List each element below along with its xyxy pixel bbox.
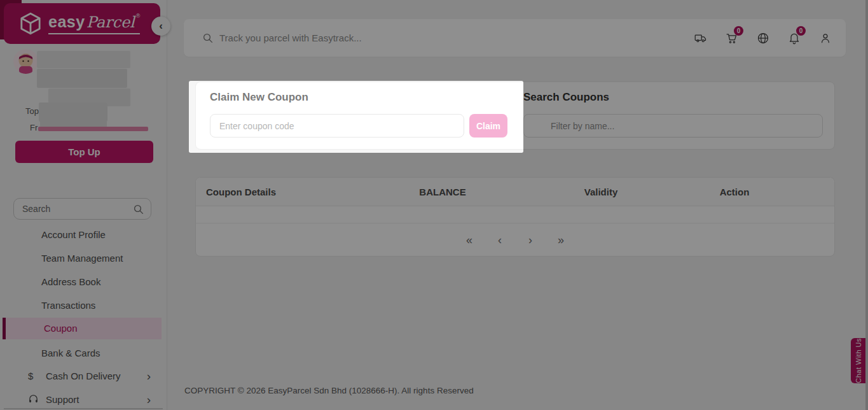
cart-badge: 0 [734,26,743,36]
scrollbar-track[interactable] [865,0,868,410]
logo-registered-mark: ® [136,13,141,19]
support-label: Support [46,388,79,410]
column-header-coupon-details: Coupon Details [206,178,276,206]
sidebar-search-input[interactable] [14,199,151,219]
sidebar-item-support[interactable]: Support › [0,388,167,410]
track-parcel-input[interactable] [219,19,626,57]
bell-icon[interactable]: 0 [788,32,801,45]
redacted-email [37,69,127,88]
sidebar: easy Parcel ® ‹ Topu Fr [0,0,167,410]
sidebar-item-account-profile[interactable]: Account Profile [0,223,167,246]
cart-icon[interactable]: 0 [726,32,738,45]
search-icon [133,204,144,215]
sidebar-item-cash-on-delivery[interactable]: $ Cash On Delivery › [0,364,167,388]
empty-table-row [196,206,834,223]
pagination-prev-button[interactable]: ‹ [494,234,506,247]
column-header-validity: Validity [584,178,618,206]
column-header-balance: BALANCE [419,178,465,206]
top-up-button[interactable]: Top Up [15,141,153,163]
logo-easy-text: easy [48,13,85,31]
table-header-row: Coupon Details BALANCE Validity Action [196,178,834,206]
redacted-topup-value [39,102,107,122]
brand-header: easy Parcel ® [4,3,160,44]
coupon-code-input[interactable] [210,114,464,138]
filter-by-name-input[interactable] [523,114,823,138]
free-credit-label: Fr [30,123,38,132]
avatar [13,49,38,74]
dollar-icon: $ [28,370,40,382]
column-header-action: Action [720,178,750,206]
truck-icon[interactable] [694,32,707,45]
collapse-chevron-icon: ‹ [159,20,163,32]
easyparcel-cube-icon [18,11,43,36]
filter-box [523,114,823,138]
pagination-first-button[interactable]: « [464,234,475,247]
top-search-bar: 0 0 [184,19,846,57]
sidebar-item-coupon-active[interactable]: Coupon [3,318,162,339]
search-icon [202,32,214,44]
claim-button[interactable]: Claim [469,114,507,138]
copyright-text: COPYRIGHT © 2026 EasyParcel Sdn Bhd (102… [184,386,474,395]
person-icon[interactable] [819,32,832,45]
pagination: « ‹ › » [196,223,834,257]
main-content: 0 0 [167,0,868,410]
claim-new-coupon-title: Claim New Coupon [210,91,308,104]
globe-icon[interactable] [757,32,769,45]
app-window: easy Parcel ® ‹ Topu Fr [0,0,868,410]
easyparcel-logo: easy Parcel ® [48,13,140,34]
headset-icon [28,393,40,406]
search-coupons-title: Search Coupons [523,91,609,104]
sidebar-item-transactions[interactable]: Transactions [0,293,167,317]
sidebar-item-address-book[interactable]: Address Book [0,270,167,293]
cod-label: Cash On Delivery [46,364,121,388]
pagination-next-button[interactable]: › [525,234,536,247]
pagination-last-button[interactable]: » [555,234,567,247]
chevron-right-icon: › [147,364,151,388]
chevron-right-icon: › [147,388,151,410]
chat-with-us-label: Chat With Us [855,338,862,383]
sidebar-collapse-button[interactable]: ‹ [151,17,170,36]
sidebar-search-box [13,198,151,220]
logo-parcel-text: Parcel [86,13,135,31]
topbar-icons: 0 0 [694,19,832,57]
coupons-table-card: Coupon Details BALANCE Validity Action «… [195,177,835,257]
coupon-actions-card: Claim New Coupon Claim Search Coupons [195,81,835,150]
chat-with-us-tab[interactable]: Chat With Us [851,338,865,383]
sidebar-item-bank-cards[interactable]: Bank & Cards [0,341,167,365]
sidebar-item-team-management[interactable]: Team Management [0,246,167,270]
bell-badge: 0 [796,26,806,36]
credit-progress-bar [38,127,148,131]
redacted-username [37,51,130,68]
